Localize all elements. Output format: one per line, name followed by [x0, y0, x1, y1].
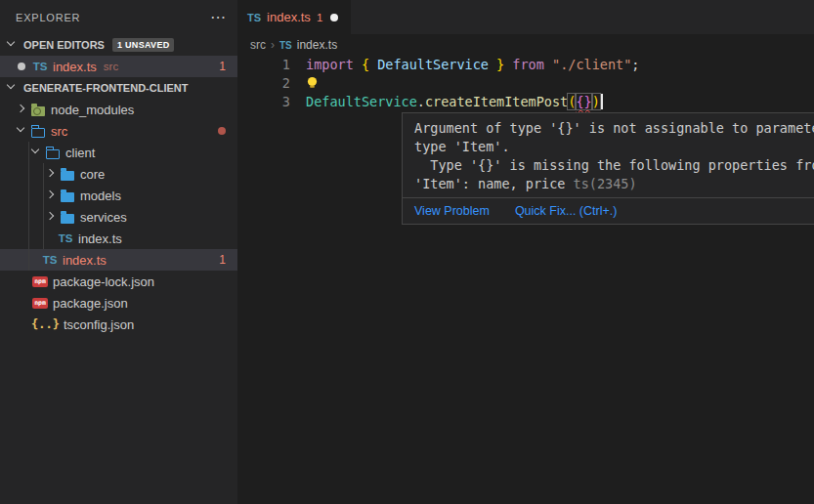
- open-folder-icon: [46, 149, 60, 159]
- tree-item-src[interactable]: src: [0, 120, 237, 142]
- open-editor-file-name: index.ts: [53, 60, 97, 74]
- breadcrumb-separator-icon: ›: [271, 38, 275, 52]
- error-message: Argument of type '{}' is not assignable …: [403, 113, 814, 197]
- code-line-3[interactable]: 3 DefaultService.createItemItemPost({}): [237, 93, 814, 111]
- chevron-down-icon[interactable]: [28, 145, 44, 160]
- sidebar-header: EXPLORER ⋯: [0, 0, 237, 34]
- more-actions-icon[interactable]: ⋯: [210, 13, 226, 22]
- typescript-icon: TS: [43, 254, 58, 266]
- line-number[interactable]: 2: [237, 74, 290, 93]
- vscode-window: EXPLORER ⋯ OPEN EDITORS 1 UNSAVED TS ind…: [0, 0, 814, 504]
- code-line-2[interactable]: 2: [237, 74, 814, 93]
- json-braces-icon: {..}: [31, 317, 60, 331]
- typescript-icon: TS: [33, 61, 48, 72]
- folder-error-dot: [218, 127, 226, 135]
- chevron-right-icon[interactable]: [43, 188, 59, 203]
- unsaved-badge: 1 UNSAVED: [112, 38, 175, 52]
- breadcrumb: src › TS index.ts: [237, 34, 814, 56]
- tab-error-count: 1: [317, 12, 322, 23]
- error-count-badge: 1: [219, 60, 226, 73]
- error-tooltip: Argument of type '{}' is not assignable …: [402, 112, 814, 225]
- explorer-sidebar: EXPLORER ⋯ OPEN EDITORS 1 UNSAVED TS ind…: [0, 0, 237, 504]
- open-editor-file-path: src: [104, 61, 118, 72]
- code-line-1[interactable]: 1 import { DefaultService } from "./clie…: [237, 56, 814, 74]
- workspace-section-header[interactable]: GENERATE-FRONTEND-CLIENT: [0, 77, 237, 99]
- indent-guide: [43, 163, 44, 249]
- open-folder-icon: [31, 128, 45, 138]
- line-number[interactable]: 1: [237, 56, 290, 74]
- unsaved-dot-icon[interactable]: [330, 14, 338, 21]
- chevron-right-icon[interactable]: [14, 102, 29, 117]
- npm-icon: npm: [32, 298, 48, 309]
- lightbulb-icon[interactable]: [306, 76, 319, 93]
- chevron-right-icon[interactable]: [43, 166, 59, 182]
- tree-item-node-modules[interactable]: node_modules: [0, 99, 237, 120]
- chevron-down-icon[interactable]: [4, 37, 20, 53]
- npm-icon: npm: [32, 276, 48, 287]
- line-number[interactable]: 3: [237, 93, 290, 111]
- tab-label: index.ts: [267, 10, 311, 24]
- typescript-icon: TS: [59, 232, 73, 244]
- breadcrumb-folder[interactable]: src: [250, 38, 266, 52]
- workspace-name: GENERATE-FRONTEND-CLIENT: [23, 82, 188, 94]
- chevron-right-icon[interactable]: [43, 209, 59, 225]
- view-problem-link[interactable]: View Problem: [414, 204, 490, 218]
- tooltip-actions: View Problem Quick Fix... (Ctrl+.): [403, 197, 814, 224]
- explorer-title: EXPLORER: [16, 12, 210, 23]
- node-modules-folder-icon: [31, 106, 45, 116]
- chevron-down-icon[interactable]: [14, 123, 29, 139]
- typescript-icon: TS: [279, 40, 292, 51]
- open-editor-item-index-ts[interactable]: TS index.ts src 1: [0, 56, 237, 77]
- tab-bar: TS index.ts 1: [237, 0, 814, 34]
- folder-icon: [61, 171, 74, 181]
- error-count-badge: 1: [219, 253, 226, 267]
- tree-item-client-index-ts[interactable]: TS index.ts: [0, 228, 237, 249]
- indent-guide: [28, 142, 29, 271]
- tree-item-client[interactable]: client: [0, 142, 237, 163]
- tree-item-src-index-ts[interactable]: TS index.ts 1: [0, 249, 237, 271]
- editor-area: TS index.ts 1 src › TS index.ts 1 import…: [237, 0, 814, 504]
- tree-item-package-lock-json[interactable]: npm package-lock.json: [0, 271, 237, 292]
- open-editors-section-header[interactable]: OPEN EDITORS 1 UNSAVED: [0, 34, 237, 56]
- modified-dot-icon[interactable]: [18, 63, 25, 70]
- text-cursor: [601, 94, 603, 109]
- tree-item-tsconfig-json[interactable]: {..} tsconfig.json: [0, 314, 237, 335]
- tree-item-core[interactable]: core: [0, 163, 237, 185]
- tree-item-package-json[interactable]: npm package.json: [0, 292, 237, 314]
- folder-icon: [61, 214, 74, 224]
- code-editor[interactable]: 1 import { DefaultService } from "./clie…: [237, 56, 814, 111]
- error-code: ts(2345): [574, 176, 637, 191]
- quick-fix-link[interactable]: Quick Fix... (Ctrl+.): [515, 204, 618, 218]
- typescript-icon: TS: [247, 12, 261, 23]
- breadcrumb-file[interactable]: index.ts: [297, 38, 337, 52]
- tree-item-services[interactable]: services: [0, 206, 237, 228]
- folder-icon: [61, 192, 74, 202]
- chevron-down-icon[interactable]: [4, 80, 20, 96]
- tree-item-models[interactable]: models: [0, 185, 237, 206]
- open-editors-label: OPEN EDITORS: [23, 39, 105, 51]
- tab-index-ts[interactable]: TS index.ts 1: [237, 0, 351, 34]
